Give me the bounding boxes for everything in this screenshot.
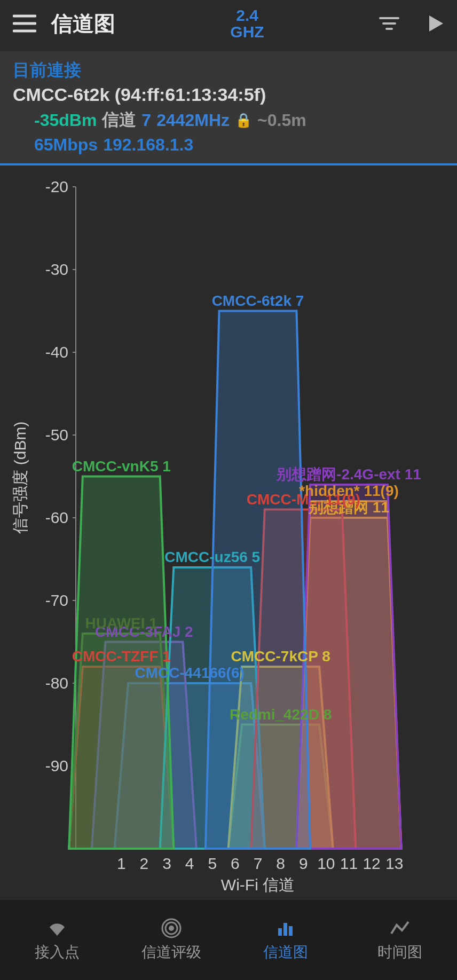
svg-text:4: 4 — [185, 855, 194, 872]
filter-icon[interactable] — [379, 16, 399, 31]
nav-graph[interactable]: 信道图 — [228, 900, 343, 980]
svg-text:10: 10 — [317, 855, 335, 872]
signal-strength: -35dBm — [34, 110, 97, 130]
svg-text:1: 1 — [117, 855, 126, 872]
top-bar: 信道图 2.4 GHZ — [0, 0, 457, 47]
page-title: 信道图 — [51, 9, 115, 38]
svg-text:CMCC-7kCP 8: CMCC-7kCP 8 — [231, 648, 330, 665]
svg-text:-70: -70 — [45, 591, 68, 609]
svg-text:别想蹭网-2.4G-ext 11: 别想蹭网-2.4G-ext 11 — [276, 466, 421, 483]
bottom-nav: 接入点 信道评级 信道图 时间图 — [0, 900, 457, 980]
svg-text:CMCC-6t2k 7: CMCC-6t2k 7 — [212, 293, 304, 309]
nav-label: 时间图 — [377, 942, 422, 962]
svg-text:CMCC-TZFF 1: CMCC-TZFF 1 — [72, 648, 171, 665]
svg-text:-30: -30 — [45, 260, 68, 278]
band-selector[interactable]: 2.4 GHZ — [230, 7, 264, 41]
nav-rating[interactable]: 信道评级 — [114, 900, 228, 980]
current-connection-panel[interactable]: 目前連接 CMCC-6t2k (94:ff:61:13:34:5f) -35dB… — [0, 51, 457, 165]
connection-heading: 目前連接 — [13, 59, 444, 82]
menu-icon[interactable] — [13, 14, 36, 33]
svg-text:-20: -20 — [45, 178, 68, 195]
svg-text:8: 8 — [276, 855, 285, 872]
svg-text:-50: -50 — [45, 426, 68, 444]
svg-text:2: 2 — [140, 855, 149, 872]
svg-text:11: 11 — [340, 855, 358, 872]
svg-text:-60: -60 — [45, 509, 68, 526]
svg-rect-56 — [289, 926, 293, 936]
svg-text:3: 3 — [162, 855, 171, 872]
nav-label: 信道图 — [263, 942, 308, 962]
svg-text:5: 5 — [208, 855, 217, 872]
svg-text:13: 13 — [385, 855, 403, 872]
nav-label: 信道评级 — [141, 942, 201, 962]
svg-text:*hidden* 11(9): *hidden* 11(9) — [299, 483, 399, 499]
play-icon[interactable] — [428, 14, 444, 33]
lock-icon: 🔒 — [235, 112, 252, 129]
link-speed: 65Mbps — [34, 135, 98, 155]
nav-label: 接入点 — [35, 942, 80, 962]
band-value: 2.4 — [230, 7, 264, 24]
svg-rect-55 — [283, 923, 287, 936]
svg-text:HUAWEI 1: HUAWEI 1 — [85, 615, 157, 631]
svg-text:-90: -90 — [45, 757, 68, 774]
svg-marker-6 — [429, 15, 443, 31]
channel-number: 7 — [141, 110, 151, 130]
svg-text:Redmi_422D 8: Redmi_422D 8 — [230, 706, 332, 723]
frequency: 2442MHz — [156, 110, 230, 130]
svg-text:-40: -40 — [45, 343, 68, 361]
svg-text:9: 9 — [299, 855, 308, 872]
svg-text:6: 6 — [231, 855, 240, 872]
band-unit: GHZ — [230, 23, 264, 41]
svg-point-51 — [169, 926, 174, 931]
svg-text:CMCC-vnK5 1: CMCC-vnK5 1 — [72, 458, 171, 475]
svg-text:-80: -80 — [45, 674, 68, 692]
ip-address: 192.168.1.3 — [103, 135, 193, 155]
svg-rect-54 — [278, 928, 282, 936]
connection-ssid: CMCC-6t2k (94:ff:61:13:34:5f) — [13, 84, 444, 105]
nav-time[interactable]: 时间图 — [343, 900, 457, 980]
nav-ap[interactable]: 接入点 — [0, 900, 114, 980]
chart-svg: -20-30-40-50-60-70-80-901234567891011121… — [6, 176, 451, 913]
svg-text:12: 12 — [363, 855, 380, 872]
svg-text:CMCC-uz56 5: CMCC-uz56 5 — [164, 549, 260, 565]
y-axis-title: 信号强度 (dBm) — [10, 422, 31, 534]
channel-label: 信道 — [102, 108, 136, 132]
svg-text:7: 7 — [254, 855, 263, 872]
svg-text:Wi-Fi 信道: Wi-Fi 信道 — [221, 876, 295, 894]
distance: ~0.5m — [257, 110, 306, 130]
channel-chart: -20-30-40-50-60-70-80-901234567891011121… — [6, 176, 451, 913]
svg-text:CMCC-44166(6): CMCC-44166(6) — [135, 665, 244, 681]
